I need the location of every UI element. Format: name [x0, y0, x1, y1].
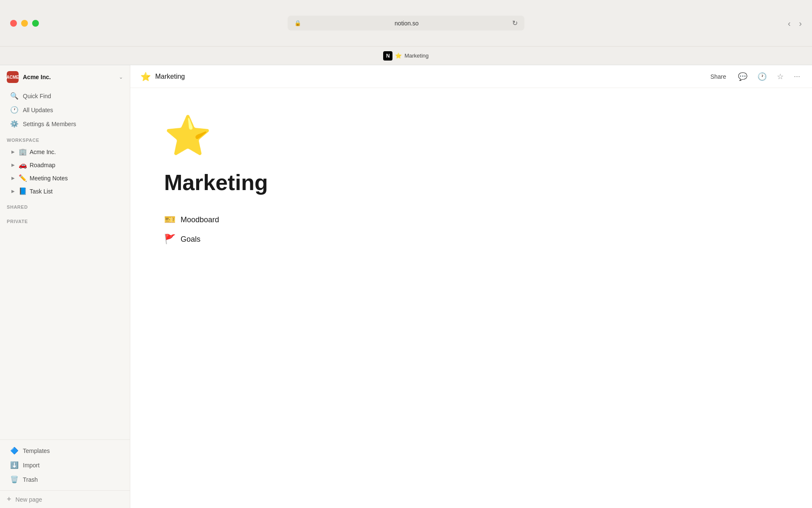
main-layout: ACME Acme Inc. ⌄ 🔍 Quick Find 🕐 All Upda…	[0, 65, 812, 508]
clock-icon: 🕐	[10, 106, 19, 114]
maximize-button[interactable]	[32, 20, 39, 27]
search-icon: 🔍	[10, 92, 19, 100]
page-header: ⭐ Marketing	[140, 72, 702, 82]
chevron-right-icon: ▶	[10, 189, 16, 193]
nav-buttons: ‹ ›	[788, 18, 802, 28]
sidebar-item-task-list[interactable]: ▶ 📘 Task List	[3, 185, 126, 197]
url-text: notion.so	[305, 20, 508, 27]
tab-marketing[interactable]: N ⭐ Marketing	[383, 51, 428, 61]
private-section-label: PRIVATE	[0, 212, 130, 226]
tabbar: N ⭐ Marketing	[0, 47, 812, 65]
page-content: ⭐ Marketing 🎫 Moodboard 🚩 Goals	[130, 88, 511, 508]
templates-icon: 🔷	[10, 447, 19, 455]
chevron-down-icon: ⌄	[119, 74, 123, 80]
lock-icon: 🔒	[294, 20, 301, 26]
sidebar-item-trash[interactable]: 🗑️ Trash	[3, 472, 126, 486]
sidebar-item-label: Roadmap	[30, 162, 55, 168]
sidebar-item-label: Acme Inc.	[30, 149, 56, 155]
sidebar-bottom: 🔷 Templates ⬇️ Import 🗑️ Trash	[0, 439, 130, 490]
page-name-header: Marketing	[155, 73, 185, 80]
tree-item-icon: 🚗	[19, 161, 27, 169]
tree-item-icon: 📘	[19, 187, 27, 195]
tree-item-icon: ✏️	[19, 174, 27, 182]
settings-icon: ⚙️	[10, 120, 19, 128]
sidebar-item-label: Import	[23, 462, 40, 469]
sidebar-item-import[interactable]: ⬇️ Import	[3, 458, 126, 472]
comment-button[interactable]: 💬	[736, 70, 749, 83]
page-item-goals[interactable]: 🚩 Goals	[164, 231, 477, 247]
sidebar-item-all-updates[interactable]: 🕐 All Updates	[3, 103, 126, 116]
favorite-button[interactable]: ☆	[775, 70, 785, 83]
chevron-right-icon: ▶	[10, 176, 16, 180]
more-options-button[interactable]: ···	[792, 70, 802, 83]
sidebar-item-quick-find[interactable]: 🔍 Quick Find	[3, 89, 126, 102]
close-button[interactable]	[10, 20, 17, 27]
page-title-large: Marketing	[164, 171, 477, 195]
chevron-right-icon: ▶	[10, 163, 16, 167]
history-button[interactable]: 🕐	[756, 70, 768, 83]
goals-icon: 🚩	[164, 234, 176, 245]
share-button[interactable]: Share	[707, 72, 730, 82]
shared-section-label: SHARED	[0, 198, 130, 212]
new-page-button[interactable]: + New page	[0, 490, 130, 508]
minimize-button[interactable]	[21, 20, 28, 27]
tree-item-icon: 🏢	[19, 148, 27, 156]
refresh-icon[interactable]: ↻	[512, 19, 518, 27]
sidebar-item-label: Settings & Members	[23, 121, 76, 127]
notion-logo: N	[383, 51, 392, 61]
sidebar-item-label: Meeting Notes	[30, 175, 68, 182]
sidebar-spacer	[0, 226, 130, 439]
content-topbar: ⭐ Marketing Share 💬 🕐 ☆ ···	[130, 65, 812, 88]
new-page-label: New page	[16, 496, 42, 503]
plus-icon: +	[7, 495, 11, 504]
sidebar-item-meeting-notes[interactable]: ▶ ✏️ Meeting Notes	[3, 172, 126, 184]
topbar-actions: Share 💬 🕐 ☆ ···	[707, 70, 802, 83]
chevron-right-icon: ▶	[10, 149, 16, 154]
content-area: ⭐ Marketing Share 💬 🕐 ☆ ··· ⭐ Marketing …	[130, 65, 812, 508]
forward-button[interactable]: ›	[799, 18, 802, 28]
address-bar[interactable]: 🔒 notion.so ↻	[288, 16, 524, 30]
titlebar: 🔒 notion.so ↻ ‹ ›	[0, 0, 812, 47]
sidebar-item-label: Trash	[23, 476, 38, 483]
sidebar-item-templates[interactable]: 🔷 Templates	[3, 444, 126, 458]
moodboard-label: Moodboard	[181, 215, 219, 224]
trash-icon: 🗑️	[10, 475, 19, 483]
sidebar-item-label: Quick Find	[23, 93, 51, 99]
workspace-header[interactable]: ACME Acme Inc. ⌄	[0, 65, 130, 89]
moodboard-icon: 🎫	[164, 214, 176, 225]
page-icon-large: ⭐	[164, 113, 477, 158]
page-item-moodboard[interactable]: 🎫 Moodboard	[164, 212, 477, 228]
goals-label: Goals	[181, 235, 200, 244]
back-button[interactable]: ‹	[788, 18, 791, 28]
tab-title: Marketing	[404, 52, 428, 59]
page-emoji-header: ⭐	[140, 72, 151, 82]
traffic-lights	[10, 20, 39, 27]
sidebar-item-roadmap[interactable]: ▶ 🚗 Roadmap	[3, 159, 126, 171]
sidebar-item-label: Templates	[23, 447, 50, 454]
tab-star-icon: ⭐	[395, 52, 402, 59]
sidebar-item-label: All Updates	[23, 107, 53, 113]
workspace-logo: ACME	[7, 71, 19, 83]
sidebar-item-acme-inc[interactable]: ▶ 🏢 Acme Inc.	[3, 146, 126, 158]
workspace-name: Acme Inc.	[23, 74, 115, 80]
workspace-section-label: WORKSPACE	[0, 131, 130, 145]
import-icon: ⬇️	[10, 461, 19, 469]
sidebar-item-label: Task List	[30, 188, 52, 195]
sidebar-item-settings[interactable]: ⚙️ Settings & Members	[3, 117, 126, 130]
sidebar: ACME Acme Inc. ⌄ 🔍 Quick Find 🕐 All Upda…	[0, 65, 130, 508]
